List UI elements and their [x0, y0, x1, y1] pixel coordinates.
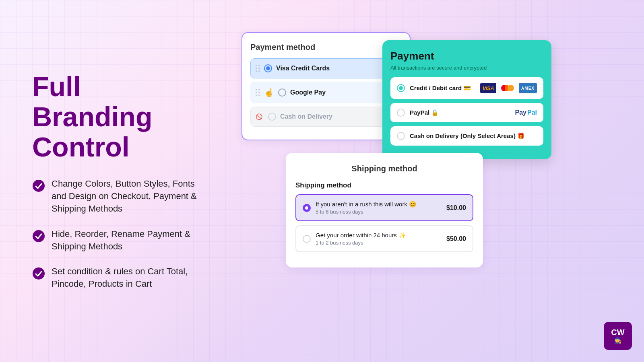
check-circle-icon-3 [32, 267, 45, 280]
payment-panel-title: Payment [390, 50, 543, 62]
shipping-days-express: 1 to 2 business days [316, 240, 442, 246]
title-line1: Full Branding [32, 71, 152, 132]
radio-credit[interactable] [397, 84, 405, 92]
svg-point-0 [33, 180, 45, 192]
radio-gpay[interactable] [278, 88, 286, 97]
paypal-label: PayPal 🔒 [410, 109, 439, 116]
shipping-section-label: Shipping method [295, 181, 473, 189]
cw-icon: 🧙 [614, 336, 622, 344]
svg-point-2 [33, 267, 45, 280]
visa-label: Visa Credit Cards [276, 65, 330, 72]
cod-panel-label: Cash on Delivery (Only Select Areas) 🎁 [410, 132, 525, 140]
amex-logo: AMEX [519, 83, 537, 93]
panel-option-cod-panel[interactable]: Cash on Delivery (Only Select Areas) 🎁 [390, 126, 543, 146]
eye-slash-icon: 🚫 [256, 113, 262, 120]
payment-option-gpay[interactable]: ☝️ Google Pay [250, 82, 402, 103]
page-wrapper: Full Branding Control Change Colors, But… [0, 0, 644, 362]
payment-option-visa[interactable]: Visa Credit Cards ↑↓ [250, 58, 402, 78]
payment-method-title: Payment method [250, 43, 402, 52]
cw-logo: CW 🧙 [604, 322, 632, 350]
shipping-days-standard: 5 to 6 business days [316, 209, 442, 215]
shipping-price-standard: $10.00 [446, 204, 466, 212]
feature-text-1: Change Colors, Button Styles, Fonts and … [52, 178, 201, 215]
radio-visa[interactable] [264, 64, 272, 72]
radio-express[interactable] [303, 235, 311, 243]
svg-point-1 [33, 230, 45, 242]
radio-cod [268, 113, 276, 121]
shipping-option-express[interactable]: Get your order within 24 hours ✨ 1 to 2 … [295, 225, 473, 252]
visa-card-logo: VISA [480, 83, 496, 93]
radio-paypal[interactable] [397, 109, 405, 117]
cw-text: CW [611, 328, 624, 336]
panel-option-paypal[interactable]: PayPal 🔒 PayPal [390, 103, 543, 122]
cursor-icon: ☝️ [264, 88, 274, 97]
shipping-info-standard: If you aren't in a rush this will work 😊… [316, 201, 442, 215]
left-section: Full Branding Control Change Colors, But… [0, 47, 225, 315]
shipping-name-express: Get your order within 24 hours ✨ [316, 232, 442, 239]
cod-label: Cash on Delivery [280, 113, 332, 120]
payment-option-cod: 🚫 Cash on Delivery [250, 107, 402, 127]
shipping-info-express: Get your order within 24 hours ✨ 1 to 2 … [316, 232, 442, 246]
drag-handle-visa [256, 65, 260, 72]
paypal-logo-area: PayPal [515, 109, 537, 116]
right-section: Payment method Visa Credit Cards ↑↓ [225, 0, 644, 362]
radio-cod-panel[interactable] [397, 132, 405, 140]
card-logos: VISA AMEX [480, 83, 537, 93]
feature-text-2: Hide, Reorder, Rename Payment & Shipping… [52, 228, 201, 253]
feature-item-3: Set condition & rules on Cart Total, Pin… [32, 265, 201, 290]
shipping-title: Shipping method [295, 164, 473, 173]
features-list: Change Colors, Button Styles, Fonts and … [32, 178, 201, 290]
check-circle-icon-1 [32, 179, 45, 192]
main-title: Full Branding Control [32, 72, 201, 162]
shipping-price-express: $50.00 [446, 235, 466, 243]
payment-panel-subtitle: All transactions are secure and encrypte… [390, 65, 543, 71]
mastercard-logo [499, 83, 516, 93]
feature-text-3: Set condition & rules on Cart Total, Pin… [52, 265, 201, 290]
drag-handle-gpay [256, 89, 260, 96]
paypal-logo: PayPal [515, 109, 537, 116]
shipping-card: Shipping method Shipping method If you a… [286, 153, 483, 267]
payment-panel: Payment All transactions are secure and … [382, 40, 551, 159]
feature-item-2: Hide, Reorder, Rename Payment & Shipping… [32, 228, 201, 253]
credit-label: Credit / Debit card 💳 [410, 84, 471, 92]
gpay-label: Google Pay [290, 89, 326, 96]
check-circle-icon-2 [32, 230, 45, 243]
radio-standard[interactable] [303, 204, 311, 212]
shipping-option-standard[interactable]: If you aren't in a rush this will work 😊… [295, 194, 473, 221]
shipping-name-standard: If you aren't in a rush this will work 😊 [316, 201, 442, 208]
title-line2: Control [32, 132, 130, 162]
feature-item-1: Change Colors, Button Styles, Fonts and … [32, 178, 201, 215]
panel-option-credit[interactable]: Credit / Debit card 💳 VISA AMEX [390, 77, 543, 99]
